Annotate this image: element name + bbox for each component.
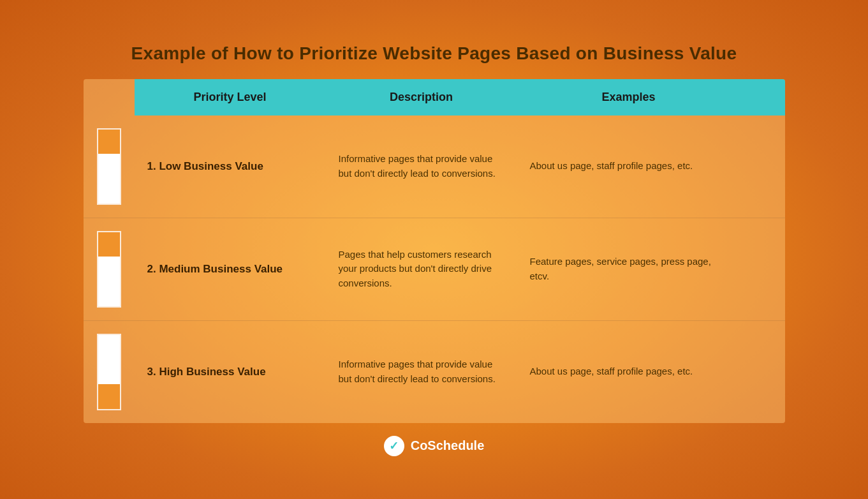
row-content-high: 3. High Business Value Informative pages…	[135, 334, 785, 410]
row-content-medium: 2. Medium Business Value Pages that help…	[135, 231, 785, 308]
bar-segment-2	[98, 359, 120, 384]
table-row: 3. High Business Value Informative pages…	[84, 321, 785, 423]
page-container: Example of How to Prioritize Website Pag…	[84, 43, 785, 456]
brand-footer: ✓ CoSchedule	[384, 436, 485, 456]
bar-segment-2	[98, 257, 120, 281]
row-label-low: 1. Low Business Value	[135, 154, 326, 179]
header-examples: Examples	[517, 79, 740, 115]
table-header: Priority Level Description Examples	[135, 79, 785, 115]
row-label-high: 3. High Business Value	[135, 359, 326, 385]
row-desc-medium: Pages that help customers research your …	[326, 241, 517, 297]
row-examples-high: About us page, staff profile pages, etc.	[517, 358, 740, 385]
table-body: 1. Low Business Value Informative pages …	[84, 115, 785, 423]
table-row: 2. Medium Business Value Pages that help…	[84, 218, 785, 321]
row-indicator-low	[84, 128, 135, 205]
row-content-low: 1. Low Business Value Informative pages …	[135, 128, 785, 205]
bar-segment-2	[98, 154, 120, 179]
bar-high	[97, 334, 121, 410]
bar-medium	[97, 231, 121, 308]
row-label-medium: 2. Medium Business Value	[135, 257, 326, 282]
row-indicator-medium	[84, 231, 135, 308]
brand-name: CoSchedule	[411, 438, 485, 453]
row-desc-high: Informative pages that provide value but…	[326, 351, 517, 392]
bar-segment-1	[98, 130, 120, 154]
page-title: Example of How to Prioritize Website Pag…	[131, 43, 737, 64]
bar-segment-3	[98, 384, 120, 409]
row-desc-low: Informative pages that provide value but…	[326, 145, 517, 187]
row-examples-medium: Feature pages, service pages, press page…	[517, 248, 740, 290]
row-examples-low: About us page, staff profile pages, etc.	[517, 153, 740, 180]
bar-segment-3	[98, 179, 120, 204]
bar-segment-1	[98, 335, 120, 360]
bar-low	[97, 128, 121, 205]
table-row: 1. Low Business Value Informative pages …	[84, 115, 785, 218]
brand-logo-icon: ✓	[384, 436, 404, 456]
priority-table: Priority Level Description Examples 1. L…	[84, 79, 785, 423]
header-description: Description	[326, 79, 517, 115]
bar-segment-3	[98, 281, 120, 306]
bar-segment-1	[98, 232, 120, 257]
row-indicator-high	[84, 334, 135, 410]
header-priority: Priority Level	[135, 79, 326, 115]
